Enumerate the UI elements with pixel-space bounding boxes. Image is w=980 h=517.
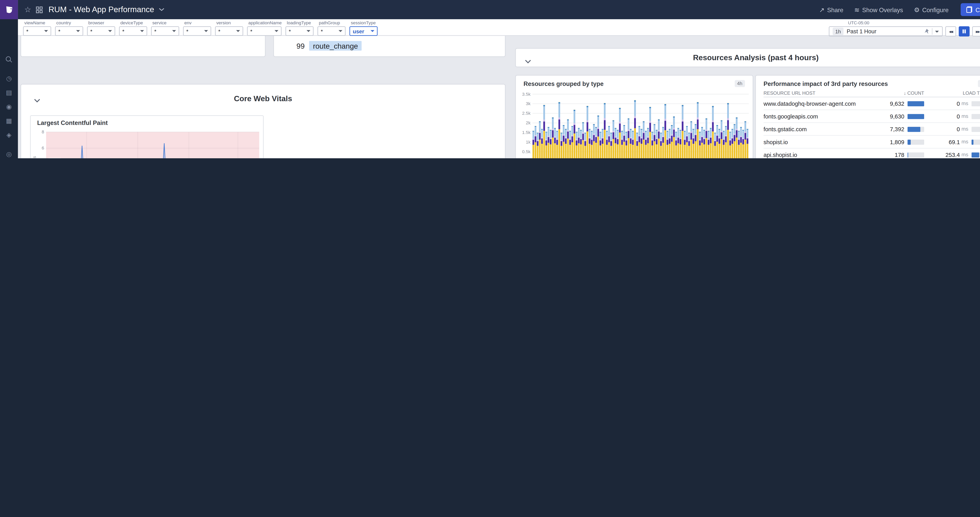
count-cell: 9,630 xyxy=(865,113,924,120)
sidebar-apm-icon[interactable]: ◈ xyxy=(5,131,14,139)
filter-value: * xyxy=(26,28,29,34)
filter-sessionType: sessionTypeuser xyxy=(350,21,378,36)
widget-title: Resources grouped by type 4h xyxy=(516,75,752,89)
count-cell: 7,392 xyxy=(865,126,924,132)
title-chevron-down-icon[interactable] xyxy=(159,8,164,11)
resources-stacked-chart[interactable]: 0.5k1k1.5k2k2.5k3k3.5k10:0011:0012:0013:… xyxy=(516,89,752,158)
collapse-chevron-icon[interactable] xyxy=(525,56,531,65)
sidebar-rum-icon[interactable]: ◎ xyxy=(5,150,14,158)
toplist-label[interactable]: route_change xyxy=(309,41,362,51)
filter-dropdown-country[interactable]: * xyxy=(55,26,83,36)
chevron-down-icon[interactable] xyxy=(935,30,939,32)
bar-indicator xyxy=(907,101,924,106)
filter-dropdown-applicationName[interactable]: * xyxy=(247,26,282,36)
time-range-chip[interactable]: 1h xyxy=(833,27,843,35)
column-header: ↓ COUNT xyxy=(865,90,924,96)
filter-label: env xyxy=(183,21,211,26)
bar-fill xyxy=(907,114,924,119)
filter-dropdown-browser[interactable]: * xyxy=(87,26,115,36)
cell-value: 0 xyxy=(957,113,960,120)
favorite-star-icon[interactable]: ☆ xyxy=(24,5,31,14)
filter-dropdown-viewName[interactable]: * xyxy=(23,26,51,36)
bar-indicator xyxy=(907,126,924,132)
filter-value: * xyxy=(289,28,291,34)
history-icon: ◷ xyxy=(6,75,12,82)
sidebar-search-icon[interactable] xyxy=(5,55,14,63)
filter-value: * xyxy=(122,28,124,34)
filter-label: viewName xyxy=(23,21,51,26)
filter-dropdown-service[interactable]: * xyxy=(151,26,179,36)
sidebar-infrastructure-icon[interactable]: ▦ xyxy=(5,116,14,125)
sidebar-watchdog-icon[interactable]: ◉ xyxy=(5,102,14,111)
table-row[interactable]: fonts.gstatic.com7,3920ms xyxy=(764,123,980,136)
filter-dropdown-env[interactable]: * xyxy=(183,26,211,36)
core-web-vitals-group: Core Web Vitals Largest Contentful Paint… xyxy=(21,84,506,158)
collapse-chevron-icon[interactable] xyxy=(34,96,40,105)
cell-value: 69.1 xyxy=(949,139,960,145)
left-sidebar: ◷▤◉▦◈◎≡▧◫◆△⚙▲◐ ▣+▱ Help xyxy=(0,0,18,158)
table-row[interactable]: api.shopist.io178253.4ms xyxy=(764,149,980,158)
filter-dropdown-deviceType[interactable]: * xyxy=(119,26,147,36)
filter-value: * xyxy=(321,28,323,34)
share-button[interactable]: ↗Share xyxy=(819,6,843,13)
filter-dropdown-pathGroup[interactable]: * xyxy=(318,26,346,36)
sidebar-metrics-icon[interactable]: ▤ xyxy=(5,88,14,97)
filter-applicationName: applicationName* xyxy=(247,21,282,36)
chevron-down-icon xyxy=(236,30,240,32)
filter-service: service* xyxy=(151,21,179,36)
svg-text:2k: 2k xyxy=(526,120,531,125)
clone-button[interactable]: Clone xyxy=(961,3,980,16)
dashboard-content: 99 route_change Core Web Vitals Largest … xyxy=(18,36,980,158)
time-range-selector[interactable]: 1h Past 1 Hour xyxy=(829,26,943,37)
copy-icon xyxy=(966,6,972,13)
table-row[interactable]: fonts.googleapis.com9,6300ms xyxy=(764,110,980,123)
dashboard-grid-icon[interactable] xyxy=(36,6,43,13)
svg-text:3k: 3k xyxy=(526,101,531,106)
rum-icon: ◎ xyxy=(6,151,12,157)
filter-dropdown-loadingType[interactable]: * xyxy=(286,26,314,36)
filter-dropdowns: viewName*country*browser*deviceType*serv… xyxy=(23,21,378,36)
timezone-label: UTC-05:00 xyxy=(829,21,980,26)
time-step-back-button[interactable]: ◀◀ xyxy=(945,26,956,37)
filter-dropdown-version[interactable]: * xyxy=(215,26,243,36)
time-selector-icons xyxy=(924,28,939,35)
time-step-forward-button[interactable]: ▶▶ xyxy=(972,26,980,37)
column-header: RESOURCE URL HOST xyxy=(764,90,865,96)
table-row[interactable]: shopist.io1,80969.1ms xyxy=(764,136,980,148)
filter-country: country* xyxy=(55,21,83,36)
chevron-down-icon xyxy=(44,30,48,32)
cell-unit: ms xyxy=(962,139,969,145)
filter-value: * xyxy=(90,28,92,34)
filter-dropdown-sessionType[interactable]: user xyxy=(350,26,378,36)
pin-icon[interactable] xyxy=(924,29,929,34)
sidebar-icons: ◷▤◉▦◈◎≡▧◫◆△⚙▲◐ xyxy=(5,19,14,158)
timeframe-badge: 4h xyxy=(734,80,745,87)
show-overlays-button[interactable]: ≋Show Overlays xyxy=(854,6,903,13)
lcp-chart[interactable]: 0246812:4513:0013:1513:30Seconds> 4s xyxy=(31,127,263,158)
sidebar-icon-group xyxy=(5,55,14,63)
bar-fill xyxy=(907,101,924,106)
watchdog-icon: ◉ xyxy=(6,103,12,110)
overlays-icon: ≋ xyxy=(854,6,859,13)
count-cell: 9,632 xyxy=(865,100,924,107)
toplist-count: 99 xyxy=(292,42,305,49)
widget-title: Largest Contentful Paint xyxy=(31,116,263,127)
filter-deviceType: deviceType* xyxy=(119,21,147,36)
configure-button[interactable]: ⚙Configure xyxy=(914,6,949,13)
datadog-logo[interactable] xyxy=(0,0,18,19)
bar-indicator xyxy=(972,152,980,157)
cell-value: 7,392 xyxy=(890,126,904,132)
bar-indicator xyxy=(972,126,980,132)
apm-icon: ◈ xyxy=(6,132,11,138)
sidebar-icon-group: ◷▤◉▦◈ xyxy=(5,74,14,139)
gear-icon: ⚙ xyxy=(914,6,920,13)
filter-label: country xyxy=(55,21,83,26)
pause-live-button[interactable] xyxy=(959,26,970,37)
dashboard-title[interactable]: RUM - Web App Performance xyxy=(48,5,154,14)
bar-indicator xyxy=(907,152,924,157)
sidebar-history-icon[interactable]: ◷ xyxy=(5,74,14,83)
chevron-down-icon xyxy=(108,30,112,32)
top-header-bar: ☆ RUM - Web App Performance ↗Share ≋Show… xyxy=(18,0,980,19)
table-row[interactable]: www.datadoghq-browser-agent.com9,6320ms xyxy=(764,97,980,110)
resource-host-cell: fonts.googleapis.com xyxy=(764,113,865,120)
